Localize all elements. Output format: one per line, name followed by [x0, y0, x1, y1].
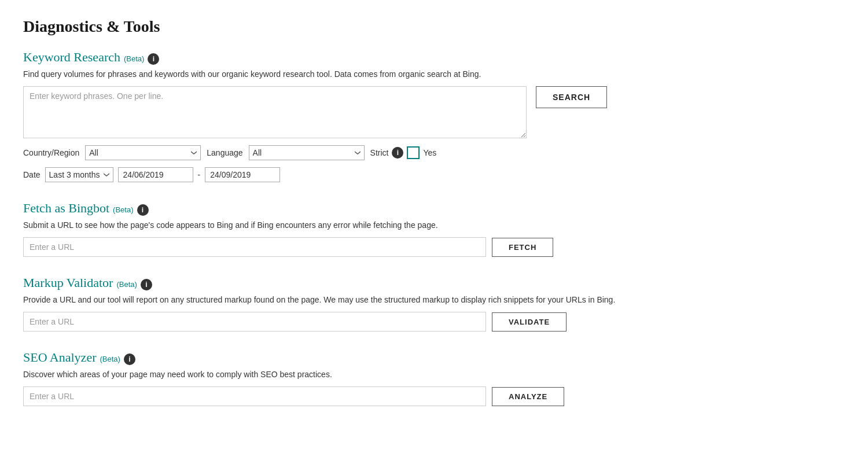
country-select[interactable]: All [85, 145, 201, 160]
fetch-url-input[interactable] [23, 237, 486, 257]
markup-validator-beta: (Beta) [116, 280, 137, 289]
analyze-url-input[interactable] [23, 386, 486, 406]
strict-row: Strict i Yes [370, 146, 437, 159]
analyze-url-row: ANALYZE [23, 386, 845, 406]
fetch-bingbot-info-icon[interactable]: i [137, 204, 149, 216]
seo-analyzer-title: SEO Analyzer [23, 350, 96, 365]
analyze-button[interactable]: ANALYZE [492, 387, 564, 406]
seo-analyzer-section: SEO Analyzer (Beta) i Discover which are… [23, 350, 845, 406]
language-label: Language [207, 148, 242, 157]
filters-row: Country/Region All Language All Strict i… [23, 145, 845, 160]
validate-url-row: VALIDATE [23, 312, 845, 332]
strict-info-icon[interactable]: i [392, 147, 403, 159]
date-period-select[interactable]: Last 3 months [45, 167, 113, 182]
date-from-input[interactable] [118, 167, 193, 182]
date-label: Date [23, 170, 41, 179]
markup-validator-title: Markup Validator [23, 275, 113, 290]
keyword-research-info-icon[interactable]: i [148, 53, 159, 65]
validate-button[interactable]: VALIDATE [492, 312, 567, 332]
fetch-bingbot-section: Fetch as Bingbot (Beta) i Submit a URL t… [23, 201, 845, 257]
keyword-research-title: Keyword Research [23, 50, 120, 65]
validate-url-input[interactable] [23, 312, 486, 332]
country-label: Country/Region [23, 148, 79, 157]
search-button[interactable]: SEARCH [536, 86, 607, 108]
strict-checkbox[interactable] [407, 146, 420, 159]
keyword-textarea[interactable] [23, 86, 527, 138]
seo-analyzer-beta: (Beta) [100, 355, 120, 363]
date-to-input[interactable] [205, 167, 280, 182]
seo-analyzer-info-icon[interactable]: i [124, 353, 135, 365]
date-row: Date Last 3 months - [23, 167, 845, 182]
fetch-bingbot-title: Fetch as Bingbot [23, 201, 109, 216]
yes-label: Yes [423, 148, 436, 157]
date-separator: - [198, 170, 201, 179]
fetch-button[interactable]: FETCH [492, 238, 553, 257]
markup-validator-description: Provide a URL and our tool will report o… [23, 294, 845, 306]
markup-validator-section: Markup Validator (Beta) i Provide a URL … [23, 275, 845, 332]
fetch-bingbot-description: Submit a URL to see how the page's code … [23, 219, 845, 231]
keyword-research-description: Find query volumes for phrases and keywo… [23, 68, 845, 80]
keyword-input-row: SEARCH [23, 86, 845, 138]
strict-label: Strict [370, 148, 389, 157]
keyword-research-beta: (Beta) [124, 54, 144, 63]
fetch-url-row: FETCH [23, 237, 845, 257]
markup-validator-info-icon[interactable]: i [141, 279, 152, 290]
keyword-research-section: Keyword Research (Beta) i Find query vol… [23, 50, 845, 182]
language-select[interactable]: All [249, 145, 365, 160]
seo-analyzer-description: Discover which areas of your page may ne… [23, 369, 845, 381]
fetch-bingbot-beta: (Beta) [113, 205, 133, 214]
page-title: Diagnostics & Tools [23, 17, 845, 36]
